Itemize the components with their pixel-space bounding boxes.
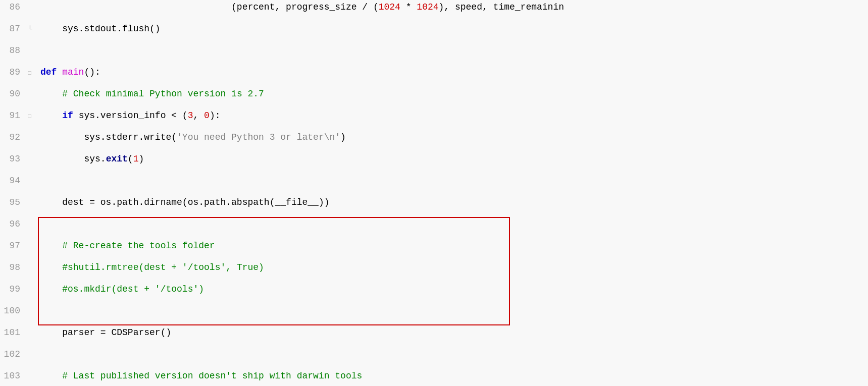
code-line: 92 sys.stderr.write('You need Python 3 o… — [0, 130, 868, 152]
line-content — [38, 304, 868, 318]
code-line: 94 — [0, 174, 868, 195]
line-number: 93 — [0, 152, 28, 167]
line-number: 97 — [0, 239, 28, 253]
code-line: 103 # Last published version doesn't shi… — [0, 369, 868, 386]
line-number: 101 — [0, 325, 28, 340]
code-line: 93 sys.exit(1) — [0, 152, 868, 174]
line-marker: □ — [28, 112, 38, 122]
code-line: 89□def main(): — [0, 65, 868, 87]
line-number: 96 — [0, 217, 28, 232]
code-line: 99 #os.mkdir(dest + '/tools') — [0, 282, 868, 304]
code-line: 88 — [0, 43, 868, 65]
line-content — [38, 43, 868, 58]
code-line: 87└ sys.stdout.flush() — [0, 22, 868, 43]
line-content: sys.stderr.write('You need Python 3 or l… — [38, 130, 868, 145]
code-line: 86 (percent, progress_size / (1024 * 102… — [0, 0, 868, 22]
line-number: 86 — [0, 0, 28, 15]
line-content — [38, 217, 868, 232]
line-content — [38, 347, 868, 362]
code-editor: 86 (percent, progress_size / (1024 * 102… — [0, 0, 868, 386]
line-content: (percent, progress_size / (1024 * 1024),… — [38, 0, 868, 15]
line-marker: □ — [28, 69, 38, 78]
line-content: sys.stdout.flush() — [38, 22, 868, 36]
code-line: 96 — [0, 217, 868, 239]
line-content: # Check minimal Python version is 2.7 — [38, 87, 868, 101]
line-content: # Re-create the tools folder — [38, 239, 868, 253]
line-content: dest = os.path.dirname(os.path.abspath(_… — [38, 195, 868, 210]
line-number: 87 — [0, 22, 28, 36]
line-number: 98 — [0, 260, 28, 275]
code-line: 95 dest = os.path.dirname(os.path.abspat… — [0, 195, 868, 217]
line-content — [38, 174, 868, 188]
line-number: 100 — [0, 304, 28, 318]
line-number: 89 — [0, 65, 28, 80]
line-content: parser = CDSParser() — [38, 325, 868, 340]
line-marker: └ — [28, 24, 38, 35]
lines-wrapper: 86 (percent, progress_size / (1024 * 102… — [0, 0, 868, 386]
line-content: #os.mkdir(dest + '/tools') — [38, 282, 868, 297]
code-line: 90 # Check minimal Python version is 2.7 — [0, 87, 868, 108]
line-number: 91 — [0, 108, 28, 123]
line-content: #shutil.rmtree(dest + '/tools', True) — [38, 260, 868, 275]
line-number: 99 — [0, 282, 28, 297]
code-line: 101 parser = CDSParser() — [0, 325, 868, 347]
line-number: 95 — [0, 195, 28, 210]
line-number: 88 — [0, 43, 28, 58]
line-content: if sys.version_info < (3, 0): — [38, 108, 868, 123]
code-line: 98 #shutil.rmtree(dest + '/tools', True) — [0, 260, 868, 282]
line-content: sys.exit(1) — [38, 152, 868, 167]
code-line: 100 — [0, 304, 868, 325]
line-number: 102 — [0, 347, 28, 362]
line-number: 90 — [0, 87, 28, 101]
line-content: # Last published version doesn't ship wi… — [38, 369, 868, 383]
line-number: 94 — [0, 174, 28, 188]
code-line: 97 # Re-create the tools folder — [0, 239, 868, 260]
line-content: def main(): — [38, 65, 868, 80]
code-line: 102 — [0, 347, 868, 369]
line-number: 92 — [0, 130, 28, 145]
code-line: 91□ if sys.version_info < (3, 0): — [0, 108, 868, 130]
line-number: 103 — [0, 369, 28, 383]
